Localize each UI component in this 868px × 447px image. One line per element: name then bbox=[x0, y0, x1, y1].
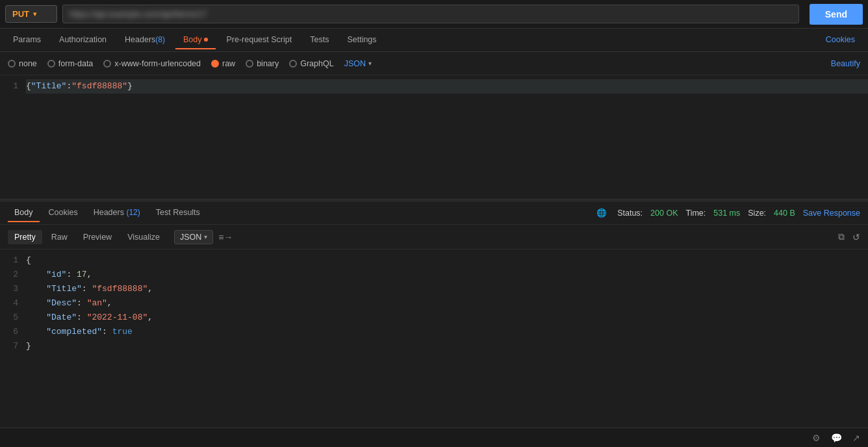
radio-graphql bbox=[289, 60, 297, 68]
globe-icon: 🌐 bbox=[596, 208, 607, 218]
fmt-tab-raw[interactable]: Raw bbox=[45, 230, 74, 244]
tab-params[interactable]: Params bbox=[5, 31, 49, 49]
bottom-bar: ⚙ 💬 ↗ bbox=[0, 428, 868, 447]
option-form-data[interactable]: form-data bbox=[47, 59, 94, 68]
response-format-bar: Pretty Raw Preview Visualize JSON ▾ ≡→ ⧉… bbox=[0, 225, 868, 249]
resp-tab-headers[interactable]: Headers (12) bbox=[87, 204, 147, 222]
resp-line-7: } bbox=[26, 339, 868, 353]
method-chevron: ▾ bbox=[33, 10, 36, 18]
url-text: https://api.example.com/api/items/17 bbox=[70, 9, 207, 19]
fmt-tab-preview[interactable]: Preview bbox=[77, 230, 118, 244]
body-dot bbox=[204, 38, 208, 42]
status-value: 200 OK bbox=[650, 209, 678, 218]
response-code-content: { "id": 17, "Title": "fsdf88888", "Desc"… bbox=[26, 253, 868, 353]
fmt-tab-visualize[interactable]: Visualize bbox=[121, 230, 166, 244]
resp-line-4: "Desc": "an", bbox=[26, 296, 868, 311]
bottom-icon-2[interactable]: 💬 bbox=[831, 433, 842, 443]
tab-headers[interactable]: Headers(8) bbox=[117, 31, 173, 49]
response-code-inner: 1 2 3 4 5 6 7 { "id": 17, "Title": "fsdf… bbox=[0, 249, 868, 357]
radio-raw bbox=[211, 60, 219, 68]
option-none[interactable]: none bbox=[8, 59, 37, 68]
option-binary-label: binary bbox=[257, 59, 279, 68]
tab-authorization[interactable]: Authorization bbox=[51, 31, 114, 49]
url-bar[interactable]: https://api.example.com/api/items/17 bbox=[62, 5, 799, 23]
option-graphql-label: GraphQL bbox=[300, 59, 333, 68]
resp-tab-body[interactable]: Body bbox=[8, 204, 40, 222]
response-format-dropdown[interactable]: JSON ▾ bbox=[174, 230, 213, 244]
line-numbers: 1 bbox=[0, 79, 26, 94]
wrap-icon[interactable]: ≡→ bbox=[218, 232, 233, 242]
radio-form-data bbox=[47, 60, 55, 68]
response-status-area: 🌐 Status: 200 OK Time: 531 ms Size: 440 … bbox=[596, 208, 860, 218]
option-urlencoded-label: x-www-form-urlencoded bbox=[114, 59, 201, 68]
option-raw-label: raw bbox=[222, 59, 235, 68]
body-options: none form-data x-www-form-urlencoded raw… bbox=[0, 52, 868, 75]
size-label: Size: bbox=[748, 209, 766, 218]
response-code-area: 1 2 3 4 5 6 7 { "id": 17, "Title": "fsdf… bbox=[0, 249, 868, 366]
bottom-icon-3[interactable]: ↗ bbox=[852, 433, 860, 443]
request-code-content: {"Title":"fsdf88888"} bbox=[26, 79, 868, 94]
time-label: Time: bbox=[685, 209, 706, 218]
tab-cookies[interactable]: Cookies bbox=[818, 31, 863, 49]
resp-line-5: "Date": "2022-11-08", bbox=[26, 311, 868, 325]
json-format-label: JSON bbox=[344, 59, 366, 68]
fmt-dropdown-label: JSON bbox=[180, 233, 201, 242]
json-format-dropdown[interactable]: JSON ▾ bbox=[344, 59, 372, 68]
fmt-tab-pretty[interactable]: Pretty bbox=[8, 230, 42, 244]
fmt-chevron: ▾ bbox=[204, 233, 207, 240]
radio-binary bbox=[246, 60, 253, 68]
size-value: 440 B bbox=[774, 209, 795, 218]
copy-icon[interactable]: ⧉ bbox=[838, 231, 845, 242]
option-graphql[interactable]: GraphQL bbox=[289, 59, 333, 68]
option-none-label: none bbox=[19, 59, 37, 68]
resp-tab-cookies[interactable]: Cookies bbox=[42, 204, 84, 222]
resp-tab-test-results[interactable]: Test Results bbox=[149, 204, 207, 222]
resp-line-1: { bbox=[26, 253, 868, 268]
resp-line-3: "Title": "fsdf88888", bbox=[26, 282, 868, 296]
option-form-data-label: form-data bbox=[58, 59, 94, 68]
option-raw[interactable]: raw bbox=[211, 59, 235, 68]
response-line-numbers: 1 2 3 4 5 6 7 bbox=[0, 253, 26, 353]
json-chevron: ▾ bbox=[368, 60, 372, 67]
request-tabs: Params Authorization Headers(8) Body Pre… bbox=[0, 29, 868, 52]
send-button[interactable]: Send bbox=[810, 4, 863, 25]
tab-pre-request-script[interactable]: Pre-request Script bbox=[218, 31, 300, 49]
option-binary[interactable]: binary bbox=[246, 59, 279, 68]
refresh-icon[interactable]: ↺ bbox=[852, 232, 860, 242]
option-urlencoded[interactable]: x-www-form-urlencoded bbox=[103, 59, 201, 68]
save-response-button[interactable]: Save Response bbox=[803, 209, 860, 218]
tab-tests[interactable]: Tests bbox=[302, 31, 337, 49]
tab-settings[interactable]: Settings bbox=[339, 31, 384, 49]
radio-none bbox=[8, 60, 16, 68]
beautify-button[interactable]: Beautify bbox=[831, 59, 860, 68]
bottom-icon-1[interactable]: ⚙ bbox=[812, 433, 821, 443]
resp-line-2: "id": 17, bbox=[26, 268, 868, 282]
status-label: Status: bbox=[617, 209, 643, 218]
headers-badge: (12) bbox=[126, 208, 140, 217]
time-value: 531 ms bbox=[713, 209, 740, 218]
request-line-1: {"Title":"fsdf88888"} bbox=[26, 79, 868, 94]
request-body-editor[interactable]: 1 {"Title":"fsdf88888"} bbox=[0, 75, 868, 199]
resp-line-6: "completed": true bbox=[26, 325, 868, 339]
top-bar: PUT ▾ https://api.example.com/api/items/… bbox=[0, 0, 868, 29]
tab-body[interactable]: Body bbox=[175, 31, 216, 49]
method-label: PUT bbox=[12, 9, 29, 19]
response-header: Body Cookies Headers (12) Test Results 🌐… bbox=[0, 201, 868, 225]
radio-urlencoded bbox=[103, 60, 111, 68]
method-dropdown[interactable]: PUT ▾ bbox=[5, 5, 57, 23]
